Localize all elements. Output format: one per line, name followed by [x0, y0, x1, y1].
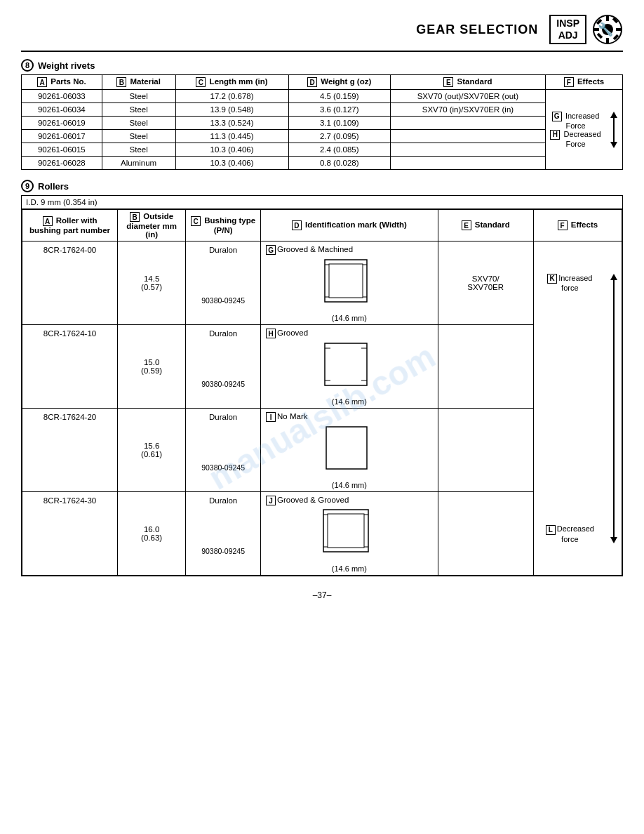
- roller-part: 8CR-17624-00: [22, 241, 118, 325]
- length: 11.3 (0.445): [175, 130, 288, 143]
- svg-rect-2: [606, 15, 609, 21]
- col-header-a: A Parts No.: [22, 75, 102, 90]
- roller-row-3: 8CR-17624-20 15.6(0.61) Duralon 90380-09…: [22, 409, 622, 492]
- weight: 2.4 (0.085): [288, 143, 390, 157]
- length: 13.3 (0.524): [175, 117, 288, 130]
- material: Steel: [102, 90, 175, 103]
- roller-standard: [438, 325, 533, 409]
- section9-header: 9 Rollers: [21, 180, 623, 192]
- rollers-table: A Roller with bushing part number B Outs…: [22, 209, 622, 576]
- svg-rect-12: [329, 264, 363, 298]
- roller-standard: [438, 409, 533, 492]
- table-row: 90261-06019 Steel 13.3 (0.524) 3.1 (0.10…: [22, 117, 623, 130]
- weight: 0.8 (0.028): [288, 157, 390, 170]
- svg-text:🔧: 🔧: [598, 22, 614, 37]
- part-number: 90261-06033: [22, 90, 102, 103]
- material: Steel: [102, 117, 175, 130]
- weight: 3.1 (0.109): [288, 117, 390, 130]
- col-header-b: B Material: [102, 75, 175, 90]
- roller-part: 8CR-17624-20: [22, 409, 118, 492]
- roller-bushing: Duralon 90380-09245: [186, 325, 261, 409]
- page-number: –37–: [21, 590, 623, 600]
- table-row: 90261-06028 Aluminum 10.3 (0.406) 0.8 (0…: [22, 157, 623, 170]
- section9-number: 9: [21, 180, 34, 192]
- svg-rect-22: [326, 427, 367, 469]
- rcol-header-e: E Standard: [438, 210, 533, 241]
- svg-rect-11: [325, 260, 367, 302]
- roller-part: 8CR-17624-10: [22, 325, 118, 409]
- roller-standard: SXV70/SXV70ER: [438, 241, 533, 325]
- col-header-d: D Weight g (oz): [288, 75, 390, 90]
- roller-mark-svg-no-mark: [318, 423, 381, 479]
- roller-part: 8CR-17624-30: [22, 492, 118, 576]
- rcol-header-b: B Outside diameter mm (in): [118, 210, 186, 241]
- roller-standard: [438, 492, 533, 576]
- svg-rect-24: [328, 514, 364, 548]
- length: 10.3 (0.406): [175, 157, 288, 170]
- rcol-header-c: C Bushing type (P/N): [186, 210, 261, 241]
- col-header-c: C Length mm (in): [175, 75, 288, 90]
- col-header-e: E Standard: [390, 75, 545, 90]
- roller-diameter: 15.6(0.61): [118, 409, 186, 492]
- weight-rivets-table: A Parts No. B Material C Length mm (in) …: [21, 74, 623, 170]
- material: Steel: [102, 143, 175, 157]
- svg-rect-3: [606, 38, 609, 44]
- part-number: 90261-06015: [22, 143, 102, 157]
- roller-diameter: 15.0(0.59): [118, 325, 186, 409]
- page-header: GEAR SELECTION INSP ADJ 🔧: [21, 14, 623, 52]
- section8-title: Weight rivets: [38, 60, 95, 71]
- table-row: 90261-06015 Steel 10.3 (0.406) 2.4 (0.08…: [22, 143, 623, 157]
- roller-mark-width: (14.6 mm): [264, 481, 434, 489]
- length: 10.3 (0.406): [175, 143, 288, 157]
- standard: SXV70 (out)/SXV70ER (out): [390, 90, 545, 103]
- material: Steel: [102, 130, 175, 143]
- roller-row-1: 8CR-17624-00 14.5(0.57) Duralon 90380-09…: [22, 241, 622, 325]
- part-number: 90261-06028: [22, 157, 102, 170]
- table-row: 90261-06033 Steel 17.2 (0.678) 4.5 (0.15…: [22, 90, 623, 103]
- roller-mark-width: (14.6 mm): [264, 397, 434, 406]
- rollers-id-row: I.D. 9 mm (0.354 in): [22, 196, 622, 209]
- roller-diameter: 14.5(0.57): [118, 241, 186, 325]
- part-number: 90261-06017: [22, 130, 102, 143]
- roller-mark-svg-grooved-grooved: [318, 507, 381, 563]
- roller-bushing: Duralon 90380-09245: [186, 409, 261, 492]
- rollers-table-container: I.D. 9 mm (0.354 in) A Roller with bushi…: [21, 195, 623, 576]
- weight: 3.6 (0.127): [288, 103, 390, 117]
- section9-title: Rollers: [38, 181, 69, 192]
- rcol-header-f: F Effects: [533, 210, 622, 241]
- section8-number: 8: [21, 59, 34, 72]
- section8-header: 8 Weight rivets: [21, 59, 623, 72]
- table-row: 90261-06017 Steel 11.3 (0.445) 2.7 (0.09…: [22, 130, 623, 143]
- part-number: 90261-06034: [22, 103, 102, 117]
- roller-decreased-label: LDecreasedforce: [535, 524, 605, 543]
- roller-mark: HGrooved (14.6 mm): [261, 325, 438, 409]
- effects-cell: G IncreasedForce H DecreasedForce: [546, 90, 623, 170]
- col-header-f: F Effects: [546, 75, 623, 90]
- roller-mark: GGrooved & Machined (14.6 mm): [261, 241, 438, 325]
- standard: SXV70 (in)/SXV70ER (in): [390, 103, 545, 117]
- roller-bushing: Duralon 90380-09245: [186, 492, 261, 576]
- page-title: GEAR SELECTION: [416, 22, 538, 37]
- roller-mark-svg-grooved-machined: [318, 256, 381, 312]
- standard: [390, 157, 545, 170]
- roller-row-2: 8CR-17624-10 15.0(0.59) Duralon 90380-09…: [22, 325, 622, 409]
- roller-increased-label: KIncreasedforce: [535, 274, 605, 292]
- material: Aluminum: [102, 157, 175, 170]
- increased-force-label: G IncreasedForce: [549, 112, 603, 130]
- roller-row-4: 8CR-17624-30 16.0(0.63) Duralon 90380-09…: [22, 492, 622, 576]
- roller-mark: INo Mark (14.6 mm): [261, 409, 438, 492]
- part-number: 90261-06019: [22, 117, 102, 130]
- rcol-header-a: A Roller with bushing part number: [22, 210, 118, 241]
- roller-mark: JGrooved & Grooved (14.6 mm): [261, 492, 438, 576]
- table-header-row: A Parts No. B Material C Length mm (in) …: [22, 75, 623, 90]
- roller-effects-cell: KIncreasedforce LDecreasedforce: [533, 241, 622, 576]
- decreased-force-label: H DecreasedForce: [549, 130, 603, 148]
- svg-rect-23: [323, 510, 368, 552]
- standard: [390, 117, 545, 130]
- roller-diameter: 16.0(0.63): [118, 492, 186, 576]
- gear-icon: 🔧: [592, 14, 623, 45]
- standard: [390, 143, 545, 157]
- insp-adj-badge: INSP ADJ: [549, 15, 586, 44]
- rollers-header-row: A Roller with bushing part number B Outs…: [22, 210, 622, 241]
- svg-rect-5: [616, 28, 622, 31]
